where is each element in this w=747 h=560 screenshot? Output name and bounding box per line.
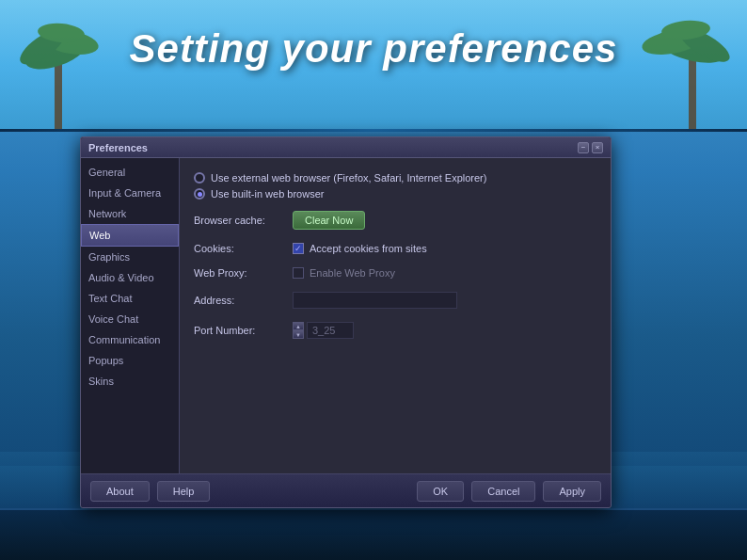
sidebar-item-audio-video[interactable]: Audio & Video bbox=[81, 267, 179, 288]
sidebar-item-general[interactable]: General bbox=[81, 162, 179, 183]
preferences-dialog: Preferences − × General Input & Camera N… bbox=[80, 136, 612, 508]
builtin-browser-radio[interactable] bbox=[194, 188, 205, 200]
browser-radio-group: Use external web browser (Firefox, Safar… bbox=[194, 172, 596, 200]
sidebar-item-voice-chat[interactable]: Voice Chat bbox=[81, 309, 179, 329]
minimize-button[interactable]: − bbox=[578, 142, 589, 153]
main-content: Use external web browser (Firefox, Safar… bbox=[180, 158, 611, 473]
sidebar-item-popups[interactable]: Popups bbox=[81, 350, 179, 371]
sidebar-item-input-camera[interactable]: Input & Camera bbox=[81, 183, 179, 203]
bottom-bar bbox=[0, 508, 747, 560]
sidebar-item-web[interactable]: Web bbox=[81, 224, 179, 247]
close-button[interactable]: × bbox=[592, 142, 603, 153]
port-spin-controls: ▲ ▼ bbox=[293, 322, 304, 339]
external-browser-label: Use external web browser (Firefox, Safar… bbox=[211, 172, 486, 184]
accept-cookies-checkbox[interactable] bbox=[293, 243, 304, 254]
dialog-titlebar: Preferences − × bbox=[81, 137, 611, 158]
port-spin-up[interactable]: ▲ bbox=[293, 322, 304, 330]
builtin-browser-row: Use built-in web browser bbox=[194, 188, 596, 200]
browser-cache-row: Browser cache: Clear Now bbox=[194, 211, 596, 230]
enable-proxy-checkbox[interactable] bbox=[293, 267, 304, 279]
browser-cache-label: Browser cache: bbox=[194, 215, 283, 226]
apply-button[interactable]: Apply bbox=[543, 481, 601, 502]
sidebar-item-text-chat[interactable]: Text Chat bbox=[81, 288, 179, 309]
page-title: Setting your preferences bbox=[0, 26, 747, 72]
enable-proxy-row: Enable Web Proxy bbox=[293, 267, 395, 279]
sidebar-item-communication[interactable]: Communication bbox=[81, 329, 179, 350]
web-proxy-row: Web Proxy: Enable Web Proxy bbox=[194, 267, 596, 279]
external-browser-radio[interactable] bbox=[194, 172, 205, 184]
clear-now-button[interactable]: Clear Now bbox=[293, 211, 365, 230]
about-button[interactable]: About bbox=[90, 481, 150, 502]
port-spin-down[interactable]: ▼ bbox=[293, 330, 304, 339]
address-label: Address: bbox=[194, 295, 283, 306]
dialog-title: Preferences bbox=[88, 142, 148, 153]
port-number-input[interactable] bbox=[307, 322, 354, 339]
dialog-controls: − × bbox=[578, 142, 603, 153]
sidebar-item-graphics[interactable]: Graphics bbox=[81, 247, 179, 267]
port-number-input-group: ▲ ▼ bbox=[293, 322, 354, 339]
accept-cookies-label: Accept cookies from sites bbox=[310, 243, 427, 254]
help-button[interactable]: Help bbox=[157, 481, 211, 502]
divider bbox=[0, 129, 747, 132]
sidebar: General Input & Camera Network Web Graph… bbox=[81, 158, 180, 473]
cookies-row: Cookies: Accept cookies from sites bbox=[194, 243, 596, 254]
dialog-body: General Input & Camera Network Web Graph… bbox=[81, 158, 611, 473]
accept-cookies-row: Accept cookies from sites bbox=[293, 243, 427, 254]
enable-proxy-label: Enable Web Proxy bbox=[310, 267, 395, 279]
cancel-button[interactable]: Cancel bbox=[471, 481, 535, 502]
cookies-label: Cookies: bbox=[194, 243, 283, 254]
port-number-row: Port Number: ▲ ▼ bbox=[194, 322, 596, 339]
builtin-browser-label: Use built-in web browser bbox=[211, 188, 324, 200]
dialog-footer: About Help OK Cancel Apply bbox=[81, 473, 611, 507]
address-row: Address: bbox=[194, 292, 596, 309]
sidebar-item-skins[interactable]: Skins bbox=[81, 371, 179, 392]
external-browser-row: Use external web browser (Firefox, Safar… bbox=[194, 172, 596, 184]
sidebar-item-network[interactable]: Network bbox=[81, 203, 179, 224]
port-number-label: Port Number: bbox=[194, 325, 283, 336]
address-input[interactable] bbox=[293, 292, 457, 309]
web-proxy-label: Web Proxy: bbox=[194, 267, 283, 279]
ok-button[interactable]: OK bbox=[417, 481, 464, 502]
